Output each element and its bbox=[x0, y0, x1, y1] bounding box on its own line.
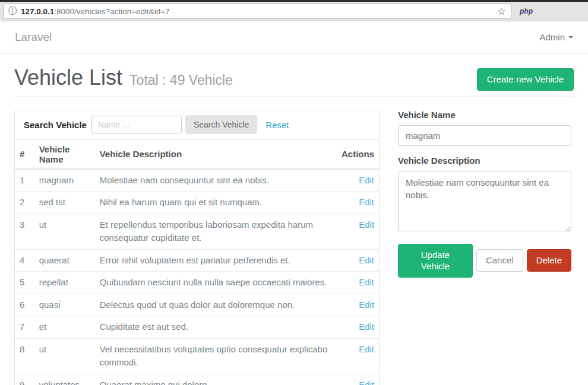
page-header: Vehicle List Total : 49 Vehicle Create n… bbox=[14, 66, 574, 97]
table-row: 1 magnam Molestiae nam consequuntur sint… bbox=[15, 169, 379, 192]
row-vehicle-description: Quibusdam nesciunt nulla nulla saepe occ… bbox=[95, 272, 337, 294]
cancel-button[interactable]: Cancel bbox=[476, 249, 523, 272]
vehicle-description-input[interactable]: Molestiae nam consequuntur sint ea nobis… bbox=[398, 171, 571, 231]
table-row: 2 sed tst Nihil ea harum quam qui et sit… bbox=[15, 192, 379, 214]
row-vehicle-name: ut bbox=[34, 214, 95, 249]
row-vehicle-description: Molestiae nam consequuntur sint ea nobis… bbox=[95, 169, 337, 192]
page-info-icon[interactable]: ⓘ bbox=[8, 6, 17, 17]
table-row: 7 et Cupiditate est aut sed. Edit bbox=[15, 316, 379, 339]
column-header-description: Vehicle Description bbox=[95, 140, 337, 169]
edit-link[interactable]: Edit bbox=[359, 344, 374, 354]
row-vehicle-name: quasi bbox=[34, 294, 95, 316]
row-vehicle-name: et bbox=[34, 316, 95, 339]
row-vehicle-description: Vel necessitatibus voluptates optio cons… bbox=[95, 338, 337, 374]
row-vehicle-name: magnam bbox=[34, 169, 95, 192]
vehicle-name-input[interactable] bbox=[398, 125, 571, 146]
vehicle-table-body: 1 magnam Molestiae nam consequuntur sint… bbox=[15, 169, 379, 385]
edit-link[interactable]: Edit bbox=[359, 322, 374, 332]
chevron-down-icon bbox=[568, 36, 573, 39]
edit-link[interactable]: Edit bbox=[359, 300, 374, 310]
app-navbar: Laravel Admin bbox=[0, 21, 588, 54]
brand-link[interactable]: Laravel bbox=[15, 31, 52, 44]
row-vehicle-name: sed tst bbox=[34, 192, 95, 214]
table-row: 8 ut Vel necessitatibus voluptates optio… bbox=[15, 338, 379, 374]
url-host: 127.0.0.1 bbox=[21, 7, 54, 16]
edit-link[interactable]: Edit bbox=[359, 175, 374, 185]
table-row: 5 repellat Quibusdam nesciunt nulla null… bbox=[15, 272, 379, 294]
search-input[interactable] bbox=[91, 116, 182, 133]
total-count-label: Total : 49 Vehicle bbox=[129, 72, 233, 88]
create-vehicle-button[interactable]: Create new Vehicle bbox=[477, 68, 574, 91]
row-vehicle-description: Error nihil voluptatem est pariatur perf… bbox=[95, 249, 337, 272]
row-vehicle-name: voluptates bbox=[34, 374, 95, 385]
row-vehicle-description: Nihil ea harum quam qui et sit numquam. bbox=[95, 192, 337, 214]
row-vehicle-name: ut bbox=[34, 338, 95, 374]
edit-link[interactable]: Edit bbox=[359, 380, 374, 385]
row-vehicle-description: Delectus quod ut quas dolor aut doloremq… bbox=[95, 294, 337, 316]
table-row: 6 quasi Delectus quod ut quas dolor aut … bbox=[15, 294, 379, 316]
row-vehicle-description: Quaerat maxime qui dolore. bbox=[95, 374, 337, 385]
edit-link[interactable]: Edit bbox=[359, 255, 374, 265]
edit-link[interactable]: Edit bbox=[359, 277, 374, 287]
admin-dropdown-label: Admin bbox=[539, 32, 565, 42]
row-vehicle-name: quaerat bbox=[34, 249, 95, 272]
form-buttons: Update Vehicle Cancel Delete bbox=[398, 244, 571, 278]
delete-button[interactable]: Delete bbox=[527, 249, 571, 272]
row-id: 3 bbox=[15, 214, 34, 249]
search-button[interactable]: Search Vehicle bbox=[185, 115, 257, 134]
row-vehicle-description: Cupiditate est aut sed. bbox=[95, 316, 337, 339]
update-vehicle-button[interactable]: Update Vehicle bbox=[398, 244, 473, 278]
textarea-resize-handle: Molestiae nam consequuntur sint ea nobis… bbox=[398, 171, 571, 234]
row-id: 6 bbox=[15, 294, 34, 316]
table-row: 4 quaerat Error nihil voluptatem est par… bbox=[15, 249, 379, 272]
table-row: 3 ut Et repellendus temporibus laboriosa… bbox=[15, 214, 379, 249]
reset-link[interactable]: Reset bbox=[265, 120, 289, 130]
column-header-actions: Actions bbox=[337, 140, 379, 169]
row-vehicle-description: Et repellendus temporibus laboriosam exp… bbox=[95, 214, 337, 249]
search-form: Search Vehicle Search Vehicle Reset bbox=[15, 110, 379, 140]
vehicle-description-label: Vehicle Description bbox=[398, 155, 571, 166]
row-id: 1 bbox=[15, 169, 34, 192]
edit-link[interactable]: Edit bbox=[359, 219, 374, 230]
column-header-name: Vehicle Name bbox=[34, 140, 95, 169]
row-id: 5 bbox=[15, 272, 34, 294]
address-bar[interactable]: ⓘ 127.0.0.1:8000/vehicles?action=edit&id… bbox=[3, 4, 511, 19]
row-id: 7 bbox=[15, 316, 34, 339]
row-vehicle-name: repellat bbox=[34, 272, 95, 294]
vehicle-edit-form: Vehicle Name Vehicle Description Molesti… bbox=[398, 110, 571, 278]
browser-toolbar: ⓘ 127.0.0.1:8000/vehicles?action=edit&id… bbox=[0, 2, 588, 21]
url-text[interactable]: 127.0.0.1:8000/vehicles?action=edit&id=7 bbox=[21, 7, 497, 16]
table-row: 9 voluptates Quaerat maxime qui dolore. … bbox=[15, 374, 379, 385]
vehicle-name-label: Vehicle Name bbox=[398, 110, 571, 120]
vehicle-table: # Vehicle Name Vehicle Description Actio… bbox=[15, 140, 379, 385]
table-header-row: # Vehicle Name Vehicle Description Actio… bbox=[15, 140, 379, 169]
row-id: 2 bbox=[15, 192, 34, 214]
admin-dropdown[interactable]: Admin bbox=[539, 32, 573, 42]
url-path: :8000/vehicles?action=edit&id=7 bbox=[54, 7, 169, 16]
row-id: 9 bbox=[15, 374, 34, 385]
column-header-id: # bbox=[15, 140, 34, 169]
edit-link[interactable]: Edit bbox=[359, 197, 374, 207]
search-label: Search Vehicle bbox=[24, 120, 87, 130]
vehicle-list-panel: Search Vehicle Search Vehicle Reset # Ve… bbox=[14, 110, 380, 385]
row-id: 8 bbox=[15, 338, 34, 374]
page-title: Vehicle List bbox=[14, 66, 122, 89]
php-extension-icon[interactable]: php bbox=[520, 7, 533, 15]
row-id: 4 bbox=[15, 249, 34, 272]
bookmark-star-icon[interactable]: ☆ bbox=[497, 7, 506, 17]
